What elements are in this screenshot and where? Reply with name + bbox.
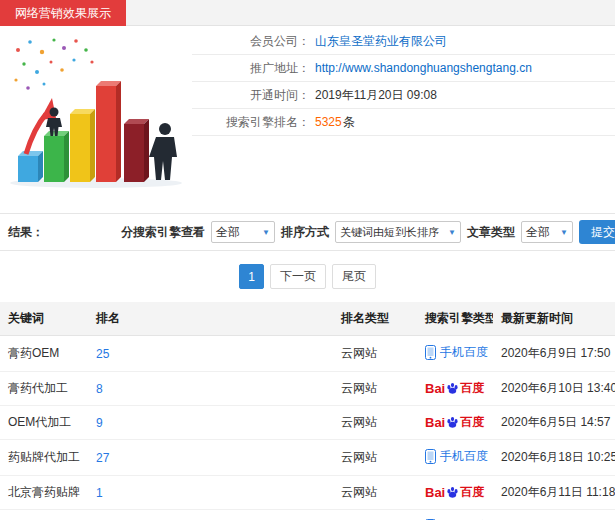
engine-view-label: 分搜索引擎查看 bbox=[121, 224, 205, 241]
marketing-bars-illustration bbox=[4, 32, 186, 190]
rank-type-cell: 云网站 bbox=[333, 336, 417, 372]
rank-type-cell: 云网站 bbox=[333, 372, 417, 406]
rank-cell[interactable]: 1 bbox=[88, 476, 333, 510]
table-header-row: 关键词 排名 排名类型 搜索引擎类型 最新更新时间 bbox=[0, 302, 615, 336]
bar-green bbox=[44, 131, 69, 182]
results-table: 关键词 排名 排名类型 搜索引擎类型 最新更新时间 膏药OEM 25 云网站 手… bbox=[0, 302, 615, 520]
promo-url-label: 推广地址： bbox=[192, 60, 310, 77]
open-time-label: 开通时间： bbox=[192, 87, 310, 104]
header-rank: 排名 bbox=[88, 302, 333, 336]
engine-cell: 手机百度 bbox=[417, 510, 493, 520]
rank-cell[interactable]: 8 bbox=[88, 372, 333, 406]
rank-type-cell: 云网站 bbox=[333, 510, 417, 520]
page-button-current[interactable]: 1 bbox=[239, 264, 264, 289]
keyword-cell: 药贴牌代加工 bbox=[0, 440, 88, 476]
baidu-logo-cjk: 百度 bbox=[460, 380, 484, 397]
filter-bar: 结果： 分搜索引擎查看 全部 ▼ 排序方式 关键词由短到长排序 ▼ 文章类型 全… bbox=[0, 213, 615, 251]
mobile-phone-icon bbox=[425, 345, 436, 360]
info-row-open-time: 开通时间： 2019年11月20日 09:08 bbox=[192, 82, 615, 109]
info-panel: 会员公司： 山东皇圣堂药业有限公司 推广地址： http://www.shand… bbox=[0, 26, 615, 193]
baidu-logo-cjk: 百度 bbox=[460, 414, 484, 431]
pagination: 1 下一页 尾页 bbox=[0, 264, 615, 289]
baidu-logo-badge: Bai 百度 bbox=[425, 380, 484, 397]
rank-type-cell: 云网站 bbox=[333, 440, 417, 476]
sort-order-select[interactable]: 关键词由短到长排序 ▼ bbox=[335, 221, 461, 243]
company-link[interactable]: 山东皇圣堂药业有限公司 bbox=[315, 33, 447, 50]
info-spacer bbox=[192, 136, 615, 172]
result-label: 结果： bbox=[8, 224, 44, 241]
updated-cell: 2020年6月11日 11:18 bbox=[493, 476, 615, 510]
table-row: OEM代加工 9 云网站 Bai 百度 2020年6月5日 14:57 bbox=[0, 406, 615, 440]
table-row: 北京膏药贴牌 1 云网站 Bai 百度 2020年6月11日 11:18 bbox=[0, 476, 615, 510]
engine-cell: Bai 百度 bbox=[417, 372, 493, 406]
company-label: 会员公司： bbox=[192, 33, 310, 50]
rank-cell[interactable]: 9 bbox=[88, 406, 333, 440]
chevron-down-icon: ▼ bbox=[448, 228, 456, 237]
mobile-baidu-badge: 手机百度 bbox=[425, 344, 488, 361]
rank-cell[interactable]: 1,4,6 bbox=[88, 510, 333, 520]
baidu-logo-text: Bai bbox=[425, 415, 445, 430]
bar-red bbox=[96, 81, 121, 182]
rank-cell[interactable]: 25 bbox=[88, 336, 333, 372]
keyword-cell: OEM代加工 bbox=[0, 406, 88, 440]
keyword-cell: 膏药代加工 bbox=[0, 372, 88, 406]
promo-url-link[interactable]: http://www.shandonghuangshengtang.cn bbox=[315, 61, 532, 75]
info-row-engine-rank: 搜索引擎排名： 5325 条 bbox=[192, 109, 615, 136]
baidu-paw-icon bbox=[446, 382, 459, 395]
table-row: 膏药OEM 25 云网站 手机百度 2020年6月9日 17:50 bbox=[0, 336, 615, 372]
engine-filter-value: 全部 bbox=[216, 224, 240, 241]
sort-order-value: 关键词由短到长排序 bbox=[340, 225, 439, 240]
bar-blue bbox=[18, 151, 43, 182]
header-keyword: 关键词 bbox=[0, 302, 88, 336]
header-engine-type: 搜索引擎类型 bbox=[417, 302, 493, 336]
updated-cell: 2020年6月5日 14:57 bbox=[493, 406, 615, 440]
keyword-cell: 北京膏药贴牌 bbox=[0, 476, 88, 510]
rank-type-cell: 云网站 bbox=[333, 406, 417, 440]
submit-button[interactable]: 提交 bbox=[579, 220, 615, 244]
filter-group: 分搜索引擎查看 全部 ▼ 排序方式 关键词由短到长排序 ▼ 文章类型 全部 ▼ … bbox=[121, 220, 615, 244]
bar-yellow bbox=[70, 109, 95, 182]
baidu-logo-text: Bai bbox=[425, 485, 445, 500]
table-row: 膏药代加工 8 云网站 Bai 百度 2020年6月10日 13:40 bbox=[0, 372, 615, 406]
baidu-paw-icon bbox=[446, 486, 459, 499]
mobile-baidu-badge: 手机百度 bbox=[425, 448, 488, 465]
mobile-baidu-label: 手机百度 bbox=[440, 344, 488, 361]
results-table-body: 膏药OEM 25 云网站 手机百度 2020年6月9日 17:50 膏药代加工 … bbox=[0, 336, 615, 520]
sort-label: 排序方式 bbox=[281, 224, 329, 241]
last-page-button[interactable]: 尾页 bbox=[332, 264, 376, 289]
article-type-label: 文章类型 bbox=[467, 224, 515, 241]
header-rank-type: 排名类型 bbox=[333, 302, 417, 336]
marketing-chart-image bbox=[0, 26, 192, 193]
rank-type-cell: 云网站 bbox=[333, 476, 417, 510]
engine-cell: Bai 百度 bbox=[417, 476, 493, 510]
top-bar: 网络营销效果展示 bbox=[0, 0, 615, 26]
baidu-logo-cjk: 百度 bbox=[460, 484, 484, 501]
baidu-logo-badge: Bai 百度 bbox=[425, 484, 484, 501]
page-title-tab: 网络营销效果展示 bbox=[0, 0, 126, 26]
engine-filter-select[interactable]: 全部 ▼ bbox=[211, 221, 275, 243]
updated-cell: 2020年6月10日 13:40 bbox=[493, 372, 615, 406]
baidu-logo-text: Bai bbox=[425, 381, 445, 396]
article-type-value: 全部 bbox=[526, 224, 550, 241]
updated-cell: 2020年6月18日 10:25 bbox=[493, 440, 615, 476]
engine-cell: 手机百度 bbox=[417, 440, 493, 476]
engine-cell: 手机百度 bbox=[417, 336, 493, 372]
next-page-button[interactable]: 下一页 bbox=[270, 264, 326, 289]
engine-cell: Bai 百度 bbox=[417, 406, 493, 440]
table-row: 枣庄膏药加工 1,4,6 云网站 手机百度 2020年6月18日 10:19 bbox=[0, 510, 615, 520]
rank-cell[interactable]: 27 bbox=[88, 440, 333, 476]
engine-rank-unit: 条 bbox=[343, 114, 355, 131]
baidu-logo-badge: Bai 百度 bbox=[425, 414, 484, 431]
keyword-cell: 膏药OEM bbox=[0, 336, 88, 372]
engine-rank-count: 5325 bbox=[315, 115, 342, 129]
open-time-value: 2019年11月20日 09:08 bbox=[315, 87, 437, 104]
engine-rank-label: 搜索引擎排名： bbox=[192, 114, 310, 131]
table-row: 药贴牌代加工 27 云网站 手机百度 2020年6月18日 10:25 bbox=[0, 440, 615, 476]
info-row-url: 推广地址： http://www.shandonghuangshengtang.… bbox=[192, 55, 615, 82]
mobile-phone-icon bbox=[425, 449, 436, 464]
header-updated: 最新更新时间 bbox=[493, 302, 615, 336]
chevron-down-icon: ▼ bbox=[560, 228, 568, 237]
article-type-select[interactable]: 全部 ▼ bbox=[521, 221, 573, 243]
confetti-dots bbox=[14, 38, 93, 89]
updated-cell: 2020年6月18日 10:19 bbox=[493, 510, 615, 520]
